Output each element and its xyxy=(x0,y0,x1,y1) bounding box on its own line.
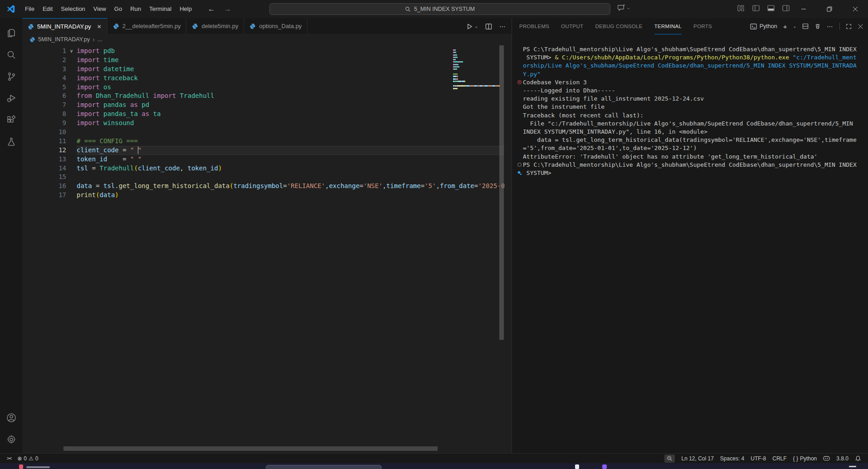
run-python-file-button[interactable]: ⌄ xyxy=(466,23,478,30)
close-window-button[interactable] xyxy=(842,0,868,18)
sidebar-item-search[interactable] xyxy=(1,44,22,66)
remote-indicator[interactable]: >< xyxy=(4,454,14,464)
breadcrumb[interactable]: 5MIN_INTRADAY.py › ... xyxy=(22,34,512,44)
toggle-sidebar-icon[interactable] xyxy=(752,5,760,12)
sidebar-item-testing[interactable] xyxy=(1,131,22,153)
menu-run[interactable]: Run xyxy=(126,3,145,15)
code-line[interactable]: 14tsl = Tradehull(client_code, token_id) xyxy=(22,164,512,173)
panel-tab-problems[interactable]: PROBLEMS xyxy=(519,18,549,34)
minimize-button[interactable] xyxy=(790,0,816,18)
command-center-search[interactable]: 5_MIN INDEX SYSTUM xyxy=(269,3,610,15)
python-file-icon xyxy=(28,24,34,30)
taskbar-search-box[interactable] xyxy=(266,465,382,469)
sidebar-item-run-debug[interactable] xyxy=(1,87,22,109)
customize-layout-icon[interactable] xyxy=(737,5,745,12)
menu-selection[interactable]: Selection xyxy=(57,3,89,15)
code-line[interactable]: 12client_code = " " xyxy=(22,146,512,155)
menu-edit[interactable]: Edit xyxy=(39,3,57,15)
cursor-position[interactable]: Ln 12, Col 17 xyxy=(678,454,717,464)
command-error-decoration-icon[interactable] xyxy=(517,80,522,84)
code-line[interactable]: 5import os xyxy=(22,83,512,92)
settings-button[interactable] xyxy=(1,429,22,450)
terminal-line: Got the instrument file xyxy=(517,103,868,111)
accounts-button[interactable] xyxy=(1,407,22,429)
menu-terminal[interactable]: Terminal xyxy=(145,3,176,15)
copilot-status[interactable] xyxy=(820,454,833,464)
code-line[interactable]: 6from Dhan_Tradehull import Tradehull xyxy=(22,92,512,101)
shell-integration-icon[interactable] xyxy=(517,171,522,175)
menu-view[interactable]: View xyxy=(89,3,110,15)
code-line[interactable]: 4import traceback xyxy=(22,74,512,83)
problems-status[interactable]: ⊗ 0 ⚠ 0 xyxy=(14,454,41,464)
code-line[interactable]: 3import datetime xyxy=(22,65,512,74)
terminal-line: Y.py" xyxy=(517,70,868,78)
zoom-indicator[interactable] xyxy=(661,454,678,464)
editor-vertical-scrollbar[interactable] xyxy=(499,45,504,340)
copilot-chat-button[interactable]: ⌄ xyxy=(618,4,630,11)
panel-tab-terminal[interactable]: TERMINAL xyxy=(654,18,682,34)
language-mode[interactable]: { } Python xyxy=(790,454,820,464)
sidebar-item-explorer[interactable] xyxy=(1,22,22,44)
indentation[interactable]: Spaces: 4 xyxy=(717,454,747,464)
editor-tab[interactable]: 5MIN_INTRADAY.py✕ xyxy=(22,18,107,34)
panel-tab-ports[interactable]: PORTS xyxy=(693,18,712,34)
code-editor[interactable]: 1∨import pdb2import time3import datetime… xyxy=(22,44,512,453)
toggle-panel-icon[interactable] xyxy=(767,5,775,12)
back-arrow-icon[interactable]: ← xyxy=(208,5,215,13)
sidebar-item-extensions[interactable] xyxy=(1,109,22,131)
editor-tab[interactable]: 2__deleteafter5min.py xyxy=(107,18,187,34)
editor-tab[interactable]: options_Data.py xyxy=(244,18,307,34)
forward-arrow-icon[interactable]: → xyxy=(224,5,231,13)
code-line[interactable]: 11# === CONFIG === xyxy=(22,137,512,146)
toggle-secondary-sidebar-icon[interactable] xyxy=(782,5,790,12)
code-line[interactable]: 9import winsound xyxy=(22,119,512,128)
eol-sequence[interactable]: CRLF xyxy=(769,454,790,464)
sidebar-item-source-control[interactable] xyxy=(1,66,22,87)
encoding[interactable]: UTF-8 xyxy=(747,454,769,464)
notifications-bell[interactable] xyxy=(852,454,864,464)
breadcrumb-more[interactable]: ... xyxy=(98,36,102,43)
more-actions-icon[interactable]: ⋯ xyxy=(499,23,506,30)
tab-close-icon[interactable]: ✕ xyxy=(97,24,102,30)
panel-more-actions-icon[interactable]: ⋯ xyxy=(827,23,834,30)
code-line[interactable]: 16data = tsl.get_long_term_historical_da… xyxy=(22,182,512,191)
panel-tab-output[interactable]: OUTPUT xyxy=(561,18,583,34)
editor-horizontal-scrollbar[interactable] xyxy=(63,446,438,451)
errors-icon: ⊗ xyxy=(17,455,22,462)
taskbar-icon-1[interactable] xyxy=(575,464,579,469)
tab-label: 2__deleteafter5min.py xyxy=(122,23,181,29)
terminal-output[interactable]: PS C:\Tradehull_mentorship\Live Algo's_s… xyxy=(512,34,868,453)
code-line[interactable]: 2import time xyxy=(22,56,512,65)
code-line[interactable]: 15 xyxy=(22,173,512,182)
terminal-launch-chevron-icon[interactable]: ⌄ xyxy=(793,24,796,29)
fold-gutter xyxy=(66,56,77,65)
restore-button[interactable] xyxy=(816,0,842,18)
taskbar-app-icon[interactable] xyxy=(19,464,23,469)
menu-file[interactable]: File xyxy=(21,3,39,15)
split-editor-icon[interactable] xyxy=(485,23,492,30)
editor-tab[interactable]: delete5min.py xyxy=(186,18,244,34)
close-panel-icon[interactable] xyxy=(858,24,863,29)
minimap[interactable] xyxy=(453,47,487,87)
kill-terminal-icon[interactable] xyxy=(814,23,821,29)
code-line[interactable]: 10 xyxy=(22,128,512,137)
run-chevron-icon[interactable]: ⌄ xyxy=(474,24,478,29)
terminal-shell-selector[interactable]: Python xyxy=(750,23,777,30)
breadcrumb-file[interactable]: 5MIN_INTRADAY.py xyxy=(38,36,90,43)
command-decoration-icon[interactable] xyxy=(517,163,522,167)
menu-go[interactable]: Go xyxy=(110,3,126,15)
code-line[interactable]: 7import pandas as pd xyxy=(22,101,512,110)
python-version[interactable]: 3.8.0 xyxy=(833,454,852,464)
menu-help[interactable]: Help xyxy=(176,3,196,15)
account-icon xyxy=(6,412,17,423)
code-line[interactable]: 8import pandas_ta as ta xyxy=(22,110,512,119)
maximize-panel-icon[interactable] xyxy=(846,24,852,29)
new-terminal-button[interactable]: + xyxy=(783,23,787,30)
code-line[interactable]: 17print(data) xyxy=(22,191,512,200)
panel-tab-debug-console[interactable]: DEBUG CONSOLE xyxy=(595,18,642,34)
taskbar-icon-2[interactable] xyxy=(602,464,607,469)
code-line[interactable]: 1∨import pdb xyxy=(22,47,512,56)
split-terminal-icon[interactable] xyxy=(802,23,809,29)
vscode-logo-icon xyxy=(6,5,15,14)
code-line[interactable]: 13token_id = " " xyxy=(22,155,512,164)
